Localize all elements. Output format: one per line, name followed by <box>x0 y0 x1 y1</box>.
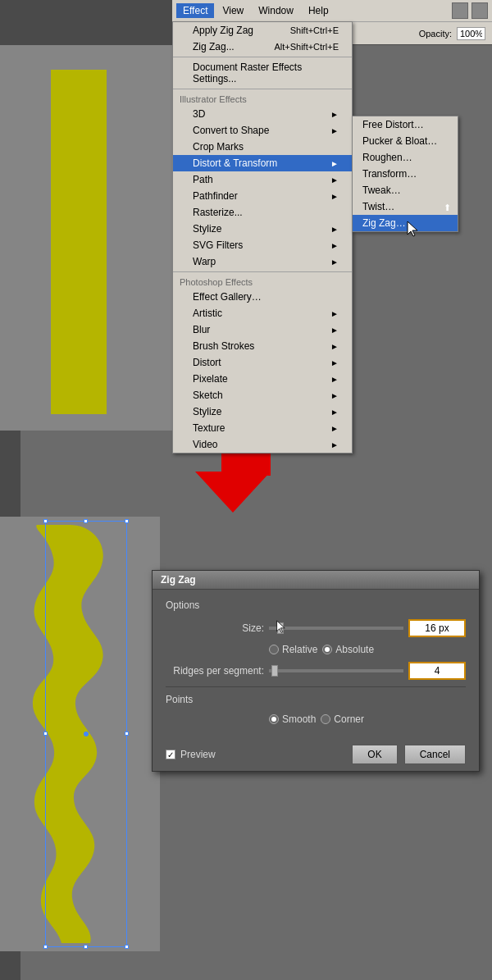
opacity-input[interactable] <box>457 27 485 40</box>
radio-corner-circle[interactable] <box>321 714 330 724</box>
dialog-divider <box>166 686 466 687</box>
radio-corner-label: Corner <box>334 713 364 725</box>
submenu-free-distort[interactable]: Free Distort… <box>353 116 458 133</box>
cursor-indicator: ⬆ <box>444 203 451 213</box>
preview-checkbox[interactable]: ✓ <box>166 750 175 759</box>
dialog-title: Zig Zag <box>153 571 479 590</box>
item-artistic[interactable]: Artistic ► <box>173 305 352 321</box>
dialog-footer: ✓ Preview OK Cancel <box>153 741 479 771</box>
radio-smooth[interactable]: Smooth <box>269 713 316 725</box>
points-radio-row: Smooth Corner <box>269 713 466 725</box>
submenu-transform[interactable]: Transform… <box>353 166 458 182</box>
opacity-label: Opacity: <box>419 29 452 39</box>
section-illustrator: Illustrator Effects <box>173 91 352 106</box>
size-slider-thumb[interactable] <box>277 622 284 634</box>
radio-corner[interactable]: Corner <box>321 713 364 725</box>
ridges-row: Ridges per segment: <box>166 662 466 680</box>
distort-transform-submenu: Free Distort… Pucker & Bloat… Roughen… T… <box>352 116 458 232</box>
item-effect-gallery[interactable]: Effect Gallery… <box>173 289 352 305</box>
item-video[interactable]: Video ► <box>173 436 352 453</box>
separator1 <box>173 57 352 57</box>
submenu-pucker-bloat[interactable]: Pucker & Bloat… <box>353 133 458 149</box>
menu-view[interactable]: View <box>216 3 250 18</box>
size-label: Size: <box>166 622 264 634</box>
arrow-head <box>195 472 271 513</box>
canvas-top <box>0 45 172 431</box>
doc-raster-settings[interactable]: Document Raster Effects Settings... <box>173 59 352 87</box>
item-brush-strokes[interactable]: Brush Strokes ► <box>173 338 352 354</box>
item-stylize[interactable]: Stylize ► <box>173 221 352 237</box>
item-svg-filters[interactable]: SVG Filters ► <box>173 237 352 253</box>
effect-dropdown: Apply Zig Zag Shift+Ctrl+E Zig Zag... Al… <box>172 21 353 454</box>
cancel-button[interactable]: Cancel <box>404 745 466 764</box>
ok-button[interactable]: OK <box>352 745 397 764</box>
radio-absolute-label: Absolute <box>335 644 374 655</box>
points-label: Points <box>166 694 466 705</box>
zig-zag-dialog: Zig Zag Options Size: <box>152 570 480 772</box>
submenu-zig-zag[interactable]: Zig Zag… <box>353 215 458 231</box>
preview-row: ✓ Preview <box>166 749 216 760</box>
submenu-roughen[interactable]: Roughen… <box>353 149 458 166</box>
submenu-tweak[interactable]: Tweak… <box>353 182 458 198</box>
size-row: Size: <box>166 619 466 637</box>
zig-zag-item[interactable]: Zig Zag... Alt+Shift+Ctrl+E <box>173 39 352 55</box>
radio-absolute-circle[interactable] <box>322 645 332 654</box>
section-photoshop: Photoshop Effects <box>173 274 352 289</box>
options-label: Options <box>166 599 466 611</box>
ridges-input[interactable] <box>408 662 466 680</box>
size-slider-area[interactable] <box>269 622 403 634</box>
item-convert-shape[interactable]: Convert to Shape ► <box>173 122 352 139</box>
canvas-bottom <box>0 517 160 951</box>
item-3d[interactable]: 3D ► <box>173 106 352 122</box>
menubar: Effect View Window Help <box>172 0 492 21</box>
apply-zig-zag[interactable]: Apply Zig Zag Shift+Ctrl+E <box>173 22 352 39</box>
olive-rectangle <box>51 70 107 414</box>
radio-relative[interactable]: Relative <box>269 644 317 655</box>
radio-absolute[interactable]: Absolute <box>322 644 374 655</box>
ridges-slider-thumb[interactable] <box>271 665 278 677</box>
icon-panel2 <box>472 2 488 19</box>
item-stylize-ps[interactable]: Stylize ► <box>173 403 352 420</box>
item-distort[interactable]: Distort ► <box>173 354 352 371</box>
dialog-buttons: OK Cancel <box>352 745 466 764</box>
item-pathfinder[interactable]: Pathfinder ► <box>173 188 352 204</box>
radio-relative-circle[interactable] <box>269 645 279 654</box>
size-input[interactable] <box>408 619 466 637</box>
icon-panel <box>452 2 468 19</box>
radio-smooth-label: Smooth <box>282 713 316 725</box>
size-radio-row: Relative Absolute <box>269 644 466 655</box>
size-slider-track[interactable] <box>269 627 403 630</box>
item-sketch[interactable]: Sketch ► <box>173 387 352 403</box>
item-pixelate[interactable]: Pixelate ► <box>173 371 352 387</box>
dialog-body: Options Size: Relative <box>153 590 479 741</box>
item-distort-transform[interactable]: Distort & Transform ► <box>173 155 352 171</box>
radio-relative-label: Relative <box>282 644 317 655</box>
item-crop-marks[interactable]: Crop Marks <box>173 139 352 155</box>
separator3 <box>173 271 352 272</box>
item-path[interactable]: Path ► <box>173 171 352 188</box>
item-warp[interactable]: Warp ► <box>173 253 352 270</box>
wavy-shape <box>0 517 160 951</box>
submenu-twist[interactable]: Twist… <box>353 198 458 215</box>
ridges-slider[interactable] <box>269 669 403 672</box>
menu-window[interactable]: Window <box>252 3 300 18</box>
menu-effect[interactable]: Effect <box>176 3 214 18</box>
item-rasterize[interactable]: Rasterize... <box>173 204 352 221</box>
radio-smooth-circle[interactable] <box>269 714 279 724</box>
item-texture[interactable]: Texture ► <box>173 420 352 436</box>
item-blur[interactable]: Blur ► <box>173 321 352 338</box>
menu-help[interactable]: Help <box>302 3 335 18</box>
ridges-label: Ridges per segment: <box>166 665 264 677</box>
preview-label: Preview <box>180 749 216 760</box>
separator2 <box>173 89 352 89</box>
